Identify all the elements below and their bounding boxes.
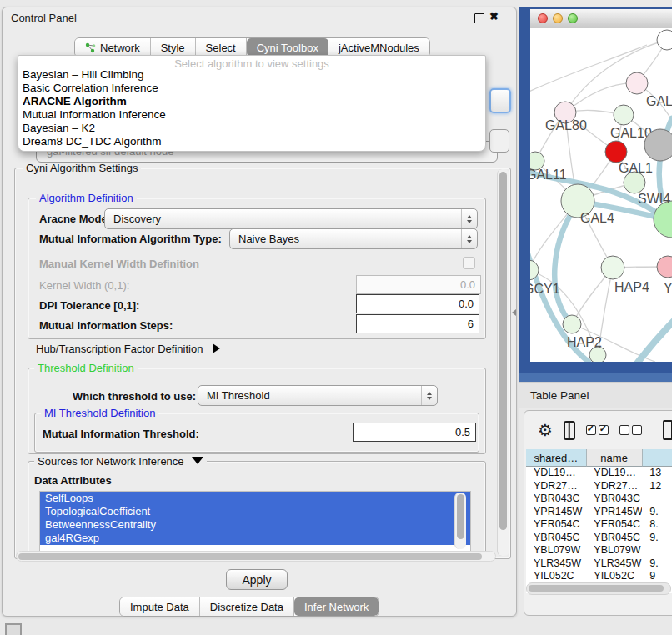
table-row[interactable]: YIL052CYIL052C9 [526, 570, 672, 583]
attribute-list[interactable]: SelfLoopsTopologicalCoefficientBetweenne… [39, 491, 471, 552]
minimize-traffic-icon[interactable] [553, 13, 563, 23]
network-node[interactable] [644, 129, 672, 161]
close-traffic-icon[interactable] [538, 13, 548, 23]
tab-select[interactable]: Select [196, 38, 247, 57]
algorithm-popup-list: Bayesian – Hill ClimbingBasic Correlatio… [18, 68, 485, 148]
network-node[interactable] [589, 347, 606, 362]
tab-network[interactable]: Network [75, 38, 151, 57]
splitter-collapse-icon[interactable] [512, 309, 516, 316]
network-node-hap4[interactable] [601, 256, 624, 279]
dpi-tolerance-label: DPI Tolerance [0,1]: [39, 299, 139, 312]
sources-toggle[interactable]: Sources for Network Inference [34, 455, 207, 468]
table-header-row: shared…name [526, 449, 672, 467]
tab-discretize-data[interactable]: Discretize Data [200, 598, 294, 616]
tab-cyni-toolbox[interactable]: Cyni Toolbox [247, 38, 328, 57]
mi-threshold-field[interactable]: 0.5 [353, 422, 476, 442]
tab-style[interactable]: Style [151, 38, 196, 57]
mi-type-label: Mutual Information Algorithm Type: [39, 232, 222, 245]
table-row[interactable]: YBL079WYBL079W [526, 544, 672, 558]
algorithm-option[interactable]: ARACNE Algorithm [18, 95, 485, 108]
popup-placeholder: Select algorithm to view settings [18, 56, 485, 68]
node-label: Y [664, 281, 672, 295]
attribute-item[interactable]: BetweennessCentrality [40, 518, 470, 532]
algorithm-option[interactable]: Mutual Information Inference [18, 108, 485, 122]
column-header[interactable]: name [587, 449, 643, 467]
tab-impute-data[interactable]: Impute Data [120, 598, 200, 616]
node-label: GAL80 [545, 118, 587, 132]
manual-kernel-checkbox[interactable] [463, 257, 475, 269]
manual-kernel-label: Manual Kernel Width Definition [39, 258, 199, 270]
table-row[interactable]: YDR27…YDR27…12 [526, 480, 672, 493]
which-threshold-combo[interactable]: MI Threshold [198, 385, 438, 406]
control-panel-window: Control Panel ✖ NetworkStyleSelectCyni T… [2, 7, 517, 617]
column-header[interactable] [643, 449, 672, 467]
table-toolbar: ⚙ [524, 418, 672, 442]
tab-infer-network[interactable]: Infer Network [294, 598, 379, 616]
table-doc-icon[interactable] [663, 420, 672, 440]
algorithm-option[interactable]: Bayesian – Hill Climbing [18, 68, 485, 82]
aracne-mode-label: Aracne Mode: [39, 212, 111, 225]
table-row[interactable]: YLR345WYLR345W9. [526, 558, 672, 571]
zoom-traffic-icon[interactable] [568, 13, 578, 23]
combo-stepper-icon [461, 229, 477, 248]
node-label: HAP4 [614, 280, 649, 294]
node-table[interactable]: shared…name YDL19…YDL19…13YDR27…YDR27…12… [526, 449, 672, 593]
mi-steps-label: Mutual Information Steps: [39, 319, 173, 332]
mi-threshold-label: Mutual Information Threshold: [43, 428, 199, 440]
dpi-tolerance-field[interactable]: 0.0 [356, 294, 479, 313]
settings-vscrollbar[interactable] [497, 169, 509, 556]
algorithm-combo-arrow[interactable] [489, 88, 511, 113]
attribute-item[interactable]: gal4RGexp [40, 532, 470, 545]
table-hscrollbar[interactable] [526, 582, 671, 595]
table-row[interactable]: YPR145WYPR145W9. [526, 506, 672, 519]
network-titlebar [530, 9, 672, 28]
deselect-all-icon[interactable] [619, 425, 642, 435]
node-label: GCY1 [530, 282, 560, 296]
table-panel: ⚙ shared…name YDL19…YDL19…13YDR27…YDR27…… [524, 410, 672, 616]
data-attributes-label: Data Attributes [34, 474, 112, 487]
combo-stepper-icon [421, 386, 437, 405]
columns-icon[interactable] [564, 421, 575, 440]
column-header[interactable]: shared… [526, 449, 587, 467]
table-row[interactable]: YDL19…YDL19…13 [526, 467, 672, 480]
algorithm-option[interactable]: Basic Correlation Inference [18, 82, 485, 95]
close-icon[interactable]: ✖ [489, 10, 499, 22]
mi-type-combo[interactable]: Naive Bayes [229, 228, 478, 249]
gear-icon[interactable]: ⚙ [538, 422, 553, 438]
network-node-gal10[interactable] [614, 105, 634, 125]
expanded-arrow-icon [192, 457, 203, 464]
hub-definition-toggle[interactable]: Hub/Transcription Factor Definition [36, 342, 220, 355]
network-node-gal[interactable] [626, 72, 648, 94]
node-label: GAL4 [580, 211, 614, 225]
algorithm-option[interactable]: Bayesian – K2 [18, 122, 485, 135]
table-panel-titlebar: Table Panel [519, 382, 672, 408]
network-canvas[interactable]: GALGAL80GAL10GAL1SWI4GAL11GAL4GCY1HAP4YH… [530, 28, 672, 362]
node-label: GAL [646, 94, 672, 108]
resize-grip-icon[interactable] [5, 623, 22, 635]
apply-button[interactable]: Apply [226, 569, 288, 590]
aracne-mode-combo[interactable]: Discovery [104, 208, 478, 229]
settings-hscrollbar[interactable] [16, 551, 496, 562]
combo-stepper-icon [461, 209, 477, 228]
background-combo-arrow[interactable] [489, 129, 509, 152]
network-node[interactable] [605, 141, 627, 162]
mi-steps-field[interactable]: 6 [356, 314, 479, 333]
algorithm-option[interactable]: Dream8 DC_TDC Algorithm [18, 135, 485, 148]
attribute-list-scrollbar[interactable] [454, 492, 466, 549]
table-row[interactable]: YBR043CYBR043C [526, 492, 672, 506]
kernel-width-label: Kernel Width (0,1): [39, 279, 129, 292]
tab-jactivemnodules[interactable]: jActiveMNodules [328, 38, 429, 57]
attribute-item[interactable]: TopologicalCoefficient [40, 505, 470, 518]
network-node[interactable] [657, 30, 672, 50]
table-row[interactable]: YER054CYER054C8. [526, 518, 672, 532]
network-window[interactable]: GALGAL80GAL10GAL1SWI4GAL11GAL4GCY1HAP4YH… [519, 7, 672, 382]
table-row[interactable]: YBR045CYBR045C9. [526, 532, 672, 545]
select-all-icon[interactable] [586, 425, 609, 435]
network-node-swi4[interactable] [654, 201, 672, 238]
network-node-hap2[interactable] [563, 315, 581, 333]
float-icon[interactable] [474, 13, 484, 23]
network-node-y[interactable] [657, 256, 672, 278]
algorithm-popup: Select algorithm to view settings Bayesi… [18, 55, 486, 152]
kernel-width-field[interactable]: 0.0 [356, 275, 481, 294]
attribute-item[interactable]: SelfLoops [40, 492, 470, 505]
